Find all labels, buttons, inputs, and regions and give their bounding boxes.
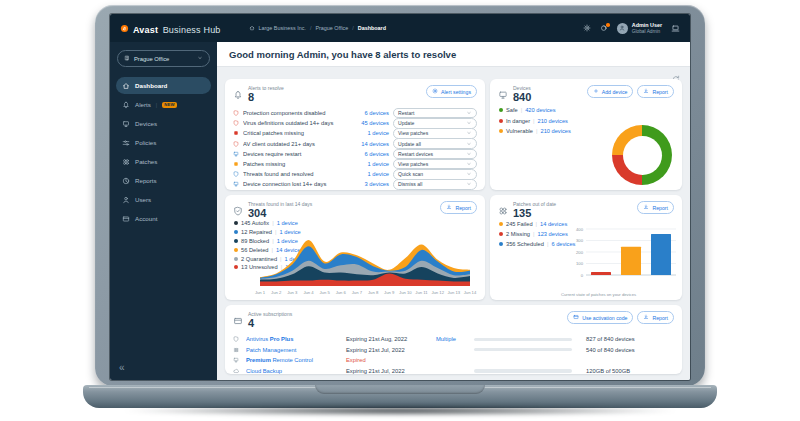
divider: | — [533, 231, 534, 237]
alert-action-select[interactable]: View patches — [393, 128, 477, 139]
alert-action-select[interactable]: Update all — [393, 138, 477, 149]
subscription-progress-bar — [474, 348, 572, 351]
notifications-icon[interactable] — [600, 24, 608, 32]
alert-action-select[interactable]: Restart — [393, 108, 477, 119]
alert-action-label: View patches — [398, 130, 428, 136]
alert-row: Protection components disabled6 devicesR… — [233, 108, 477, 118]
alert-devices-link[interactable]: 1 device — [343, 161, 389, 167]
alert-settings-button[interactable]: Alert settings — [426, 85, 477, 98]
breadcrumb-item-org[interactable]: Large Business Inc. — [259, 25, 306, 31]
alert-label: Device connection lost 14+ days — [243, 181, 339, 187]
subscriptions-card: Active subscriptions 4 Use activation co… — [225, 305, 682, 374]
patches-report-button[interactable]: Report — [637, 201, 674, 214]
subscription-name-link[interactable]: Premium Remote Control — [246, 357, 342, 363]
x-tick-label: Jun 14 — [464, 290, 477, 295]
bar-failed — [621, 247, 641, 275]
chevron-icon — [197, 55, 203, 61]
subscription-usage: 120GB of 500GB — [576, 368, 674, 374]
avast-logo[interactable]: Avast Business Hub — [120, 19, 221, 37]
sidebar-item-account[interactable]: Account — [116, 210, 211, 227]
gear-icon — [583, 24, 591, 32]
sidebar: Prague Office DashboardAlerts|NEWDevices… — [110, 42, 217, 380]
legend-devices-link[interactable]: 420 devices — [525, 107, 555, 113]
sidebar-item-dashboard[interactable]: Dashboard — [116, 77, 211, 94]
legend-row: 356 Scheduled|6 devices — [499, 239, 575, 249]
card-icon — [122, 215, 130, 223]
org-selector-label: Prague Office — [134, 56, 169, 62]
use-activation-code-button[interactable]: Use activation code — [567, 311, 633, 324]
alerts-list: Protection components disabled6 devicesR… — [233, 108, 477, 190]
settings-gear-icon[interactable] — [583, 24, 591, 32]
sidebar-item-alerts[interactable]: Alerts|NEW — [116, 96, 211, 113]
legend-devices-link[interactable]: 210 devices — [538, 118, 568, 124]
alert-action-label: Dismiss all — [398, 181, 422, 187]
sidebar-item-users[interactable]: Users — [116, 191, 211, 208]
sidebar-item-patches[interactable]: Patches — [116, 153, 211, 170]
building-icon — [124, 55, 130, 62]
alert-action-label: Quick scan — [398, 171, 423, 177]
download-icon — [643, 88, 649, 94]
alert-action-select[interactable]: Restart devices — [393, 149, 477, 160]
divider: | — [156, 102, 157, 108]
plus-icon — [593, 88, 599, 94]
y-tick-label: 100 — [576, 261, 584, 266]
laptop-base-notch — [315, 385, 485, 394]
breadcrumb: Large Business Inc. / Prague Office / Da… — [249, 25, 386, 31]
subscriptions-card-label: Active subscriptions — [248, 311, 292, 318]
alert-devices-link[interactable]: 1 device — [343, 130, 389, 136]
subscription-name-link[interactable]: Antivirus Pro Plus — [246, 336, 342, 342]
breadcrumb-item-site[interactable]: Prague Office — [315, 25, 348, 31]
alerts-count: 8 — [248, 92, 284, 104]
alert-action-label: Update all — [398, 141, 421, 147]
alert-action-select[interactable]: Dismiss all — [393, 179, 477, 190]
subscription-extra-link[interactable]: Multiple — [436, 336, 470, 342]
org-selector[interactable]: Prague Office — [117, 50, 210, 67]
devices-report-button[interactable]: Report — [637, 85, 674, 98]
alert-action-select[interactable]: View patches — [393, 159, 477, 170]
alert-devices-link[interactable]: 45 devices — [343, 120, 389, 126]
user-role: Global Admin — [632, 29, 662, 35]
legend-dot — [499, 242, 503, 246]
subscriptions-report-button[interactable]: Report — [637, 311, 674, 324]
threats-card: Threats found in last 14 days 304 Report — [225, 195, 485, 300]
alert-row: Device connection lost 14+ days3 devices… — [233, 179, 477, 189]
alert-action-label: Restart devices — [398, 151, 433, 157]
plus-icon — [593, 88, 599, 95]
sidebar-item-reports[interactable]: Reports — [116, 172, 211, 189]
divider: | — [272, 220, 273, 226]
threats-count: 304 — [248, 208, 312, 220]
sidebar-item-devices[interactable]: Devices — [116, 115, 211, 132]
subscription-name-link[interactable]: Patch Management — [246, 347, 342, 353]
download-icon — [643, 314, 649, 320]
subscription-name-link[interactable]: Cloud Backup — [246, 368, 342, 374]
subscription-expiry: Expired — [346, 357, 432, 363]
sidebar-collapse-button[interactable]: « — [119, 363, 125, 373]
chevron-icon — [466, 141, 472, 147]
alert-devices-link[interactable]: 1 device — [343, 171, 389, 177]
alert-devices-link[interactable]: 6 devices — [343, 151, 389, 157]
legend-devices-link[interactable]: 1 device — [277, 220, 298, 226]
threats-report-button[interactable]: Report — [440, 201, 477, 214]
device-switcher-icon[interactable] — [671, 24, 680, 33]
square-icon — [233, 161, 239, 167]
legend-dot — [234, 230, 238, 234]
laptop-shadow — [28, 404, 772, 419]
legend-dot — [499, 129, 503, 133]
cloud-icon — [233, 368, 239, 374]
monitor-icon — [498, 86, 508, 104]
sidebar-item-policies[interactable]: Policies — [116, 134, 211, 151]
alert-devices-link[interactable]: 6 devices — [343, 110, 389, 116]
add-device-button[interactable]: Add device — [587, 85, 634, 98]
chevron-icon — [466, 120, 472, 126]
download-icon — [643, 204, 649, 210]
legend-devices-link[interactable]: 210 devices — [540, 128, 570, 134]
alert-devices-link[interactable]: 3 devices — [343, 181, 389, 187]
user-menu[interactable]: Admin User Global Admin — [617, 22, 662, 35]
sidebar-item-label: Policies — [135, 139, 156, 146]
legend-devices-link[interactable]: 123 devices — [538, 231, 568, 237]
legend-devices-link[interactable]: 14 devices — [540, 221, 567, 227]
monitor-icon — [122, 120, 130, 128]
alert-action-select[interactable]: Update — [393, 118, 477, 129]
alert-action-select[interactable]: Quick scan — [393, 169, 477, 180]
alert-devices-link[interactable]: 14 devices — [343, 141, 389, 147]
